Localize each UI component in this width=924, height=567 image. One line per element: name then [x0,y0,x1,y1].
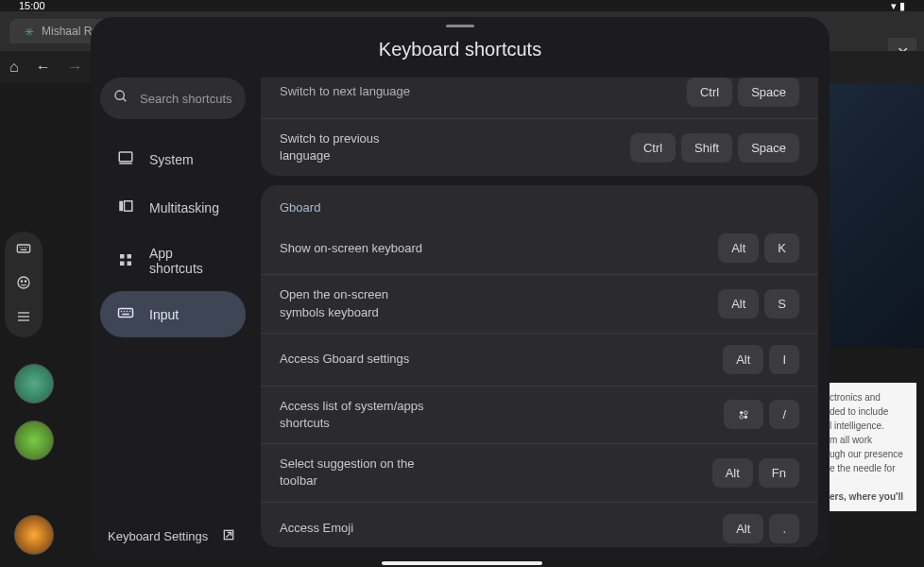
key-badge: Space [738,133,799,163]
sidebar: System Multitasking App shortcuts [91,77,255,560]
home-icon[interactable]: ⌂ [9,59,19,76]
svg-rect-5 [21,249,27,250]
svg-rect-11 [18,319,29,320]
shortcuts-content[interactable]: Switch to next language Ctrl Space Switc… [255,77,830,560]
search-key-icon [737,408,750,421]
section-header: Gboard [261,185,818,222]
back-icon[interactable]: ← [36,59,51,76]
drag-handle[interactable] [446,25,474,27]
shortcut-label: Show on-screen keyboard [280,240,422,257]
modal-title: Keyboard shortcuts [91,31,830,77]
svg-point-26 [129,311,131,313]
svg-point-6 [18,277,29,288]
apps-grid-icon [117,251,134,271]
svg-point-12 [115,91,124,99]
sidebar-item-label: Multitasking [149,200,219,215]
dock-app-3[interactable] [14,515,54,555]
svg-point-25 [127,311,128,313]
key-badge: Alt [712,458,753,488]
status-time: 15:00 [19,0,45,11]
search-icon [113,89,128,108]
svg-point-7 [21,281,22,282]
shortcuts-section-gboard: Gboard Show on-screen keyboard Alt K Ope… [261,185,818,546]
background-article-text: ctronics and ded to include l intelligen… [822,383,916,511]
key-badge: . [769,514,799,543]
shortcut-row: Switch to previous language Ctrl Shift S… [261,118,818,176]
svg-point-3 [25,247,26,248]
svg-rect-22 [119,309,133,318]
keyboard-icon[interactable] [16,241,31,260]
key-badge: Alt [718,233,759,263]
shortcut-label: Access Emoji [280,520,353,537]
key-badge: Shift [681,133,732,163]
svg-rect-10 [18,316,29,317]
key-badge: Alt [723,514,763,543]
shortcut-label: Open the on-screen symbols keyboard [280,286,431,320]
sidebar-item-label: System [149,152,194,167]
svg-rect-21 [128,261,132,266]
svg-rect-0 [17,245,29,252]
svg-point-24 [124,311,126,313]
key-badge: Ctrl [687,77,732,107]
shortcut-row: Access Emoji Alt . [261,502,818,547]
emoji-icon[interactable] [16,275,31,294]
shortcut-label: Access list of system/apps shortcuts [280,398,431,432]
svg-rect-9 [18,312,29,313]
key-badge: Ctrl [630,133,676,163]
dock-app-1[interactable] [14,364,54,404]
key-badge: Alt [723,345,763,374]
sidebar-item-input[interactable]: Input [100,291,246,337]
svg-point-31 [740,416,744,420]
svg-point-30 [744,411,748,415]
key-badge: S [764,289,799,318]
shortcut-row: Open the on-screen symbols keyboard Alt … [261,274,818,332]
sidebar-item-label: Input [149,307,179,322]
status-icons: ▾ ▮ [891,0,905,11]
menu-icon[interactable] [16,309,31,328]
svg-rect-19 [128,254,132,259]
multitasking-icon [117,198,134,217]
key-badge: Fn [759,458,799,488]
key-badge: K [764,233,799,263]
navigation-pill[interactable] [382,561,542,565]
keyboard-icon [117,304,134,324]
svg-rect-20 [120,261,125,266]
dock-app-2[interactable] [14,421,54,460]
key-badge-icon [724,400,763,429]
svg-point-1 [19,247,20,248]
sidebar-item-multitasking[interactable]: Multitasking [100,184,246,231]
search-box[interactable] [100,77,246,119]
side-dock [5,232,43,337]
svg-point-23 [121,311,123,313]
sidebar-item-system[interactable]: System [100,136,246,182]
shortcut-row: Switch to next language Ctrl Space [261,77,818,118]
svg-line-13 [123,98,126,101]
svg-point-8 [25,281,26,282]
key-badge: Alt [718,289,759,318]
shortcuts-modal: Keyboard shortcuts System [91,17,830,560]
key-badge: I [769,345,799,374]
shortcut-row: Access list of system/apps shortcuts / [261,386,818,443]
svg-rect-16 [119,201,123,212]
svg-point-29 [740,411,744,415]
dock-apps [14,364,54,555]
shortcut-label: Select suggestion on the toolbar [280,455,431,490]
shortcut-label: Access Gboard settings [280,351,409,368]
sidebar-item-app-shortcuts[interactable]: App shortcuts [100,232,246,289]
background-article-image [820,83,924,348]
svg-point-2 [22,247,23,248]
svg-rect-18 [120,254,125,259]
shortcut-row: Access Gboard settings Alt I [261,333,818,386]
keyboard-settings-link[interactable]: Keyboard Settings [100,512,246,560]
keyboard-settings-label: Keyboard Settings [108,529,208,543]
svg-rect-17 [125,201,132,212]
key-badge: Space [738,77,799,107]
shortcut-label: Switch to next language [280,83,410,100]
sidebar-item-label: App shortcuts [149,246,229,276]
monitor-icon [117,149,134,169]
shortcut-label: Switch to previous language [280,130,431,164]
svg-point-4 [26,247,27,248]
key-badge: / [769,400,799,429]
shortcut-row: Select suggestion on the toolbar Alt Fn [261,443,818,501]
forward-icon[interactable]: → [68,59,83,76]
